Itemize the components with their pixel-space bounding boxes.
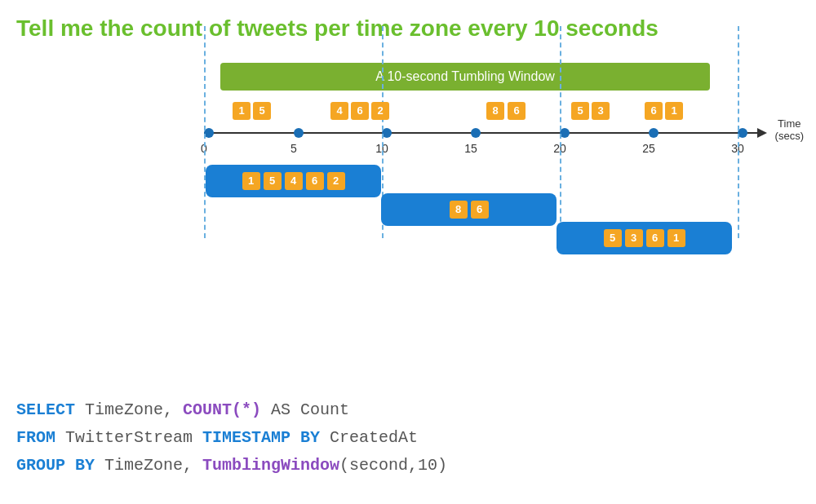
- kw-from: FROM: [16, 428, 55, 447]
- kw-count: COUNT(*): [183, 400, 261, 419]
- w1-badge-4: 4: [285, 172, 303, 190]
- sql-line3-params: (second,10): [339, 456, 447, 475]
- w3-badge-3: 3: [625, 229, 643, 247]
- sql-line1-as: AS Count: [261, 400, 349, 419]
- badge-5b: 5: [571, 102, 589, 120]
- sql-line-3: GROUP BY TimeZone, TumblingWindow(second…: [16, 452, 447, 480]
- kw-by: BY: [290, 428, 320, 447]
- sql-line3-tz: TimeZone,: [95, 456, 202, 475]
- w1-badge-1: 1: [242, 172, 260, 190]
- tick-25: 25: [642, 142, 655, 155]
- window-bar-2: 8 6: [381, 193, 557, 226]
- window-bar-3: 5 3 6 1: [557, 222, 732, 254]
- dashed-30: [738, 26, 739, 238]
- w3-badge-1: 1: [667, 229, 685, 247]
- badge-2: 2: [371, 102, 389, 120]
- badge-4: 4: [330, 102, 348, 120]
- kw-select: SELECT: [16, 400, 75, 419]
- timeline-label: Time(secs): [775, 117, 804, 143]
- dot-15: [471, 128, 481, 138]
- dashed-20: [560, 26, 561, 238]
- w1-badge-2: 2: [327, 172, 345, 190]
- badge-6a: 6: [351, 102, 369, 120]
- sql-line1-tz: TimeZone,: [75, 400, 183, 419]
- badge-8: 8: [486, 102, 504, 120]
- badge-3: 3: [592, 102, 610, 120]
- badge-5a: 5: [253, 102, 271, 120]
- sql-area: SELECT TimeZone, COUNT(*) AS Count FROM …: [16, 396, 447, 480]
- badge-6c: 6: [645, 102, 663, 120]
- dot-25: [649, 128, 659, 138]
- w1-badge-6: 6: [306, 172, 324, 190]
- dashed-0: [204, 26, 206, 238]
- kw-timestamp: TIMESTAMP: [202, 428, 290, 447]
- tick-15: 15: [464, 142, 477, 155]
- w2-badge-6: 6: [471, 201, 489, 219]
- diagram-area: A 10-second Tumbling Window Time(secs) 0…: [0, 55, 816, 332]
- kw-by2: BY: [65, 456, 95, 475]
- sql-line2-stream: TwitterStream: [55, 428, 202, 447]
- kw-group: GROUP: [16, 456, 65, 475]
- dot-5: [294, 128, 304, 138]
- w3-badge-6: 6: [646, 229, 664, 247]
- badge-1b: 1: [665, 102, 683, 120]
- w1-badge-5: 5: [264, 172, 282, 190]
- timeline: Time(secs) 0 5 10 15 20 25 30: [204, 132, 759, 134]
- sql-line-1: SELECT TimeZone, COUNT(*) AS Count: [16, 396, 447, 424]
- kw-tumbling: TumblingWindow: [202, 456, 339, 475]
- w2-badge-8: 8: [450, 201, 468, 219]
- tick-5: 5: [290, 142, 297, 155]
- sql-line2-created: CreatedAt: [320, 428, 418, 447]
- badge-6b: 6: [508, 102, 526, 120]
- timeline-arrow: [757, 128, 767, 138]
- page-title: Tell me the count of tweets per time zon…: [0, 0, 816, 51]
- badge-1: 1: [233, 102, 251, 120]
- tumbling-banner: A 10-second Tumbling Window: [220, 63, 710, 91]
- sql-line-2: FROM TwitterStream TIMESTAMP BY CreatedA…: [16, 424, 447, 452]
- w3-badge-5: 5: [604, 229, 622, 247]
- window-bar-1: 1 5 4 6 2: [206, 165, 381, 197]
